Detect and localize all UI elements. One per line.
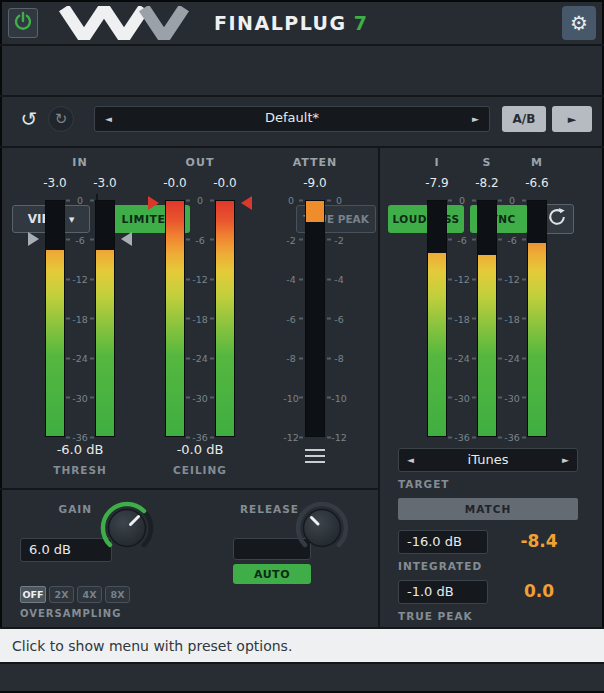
target-selected-value[interactable]: iTunes (399, 449, 577, 471)
scale-label: -2 (279, 234, 303, 245)
scale-label: -12 (327, 432, 351, 443)
scale-label: -6 (448, 234, 476, 245)
integrated-meter-value: -7.9 (413, 176, 461, 190)
integrated-meter-label: I (417, 156, 457, 169)
true-peak-target-field[interactable]: -1.0 dB (398, 580, 488, 604)
power-button[interactable] (8, 8, 38, 38)
in-meter-bar-right (95, 200, 115, 437)
divider (378, 146, 380, 629)
oversampling-2x-button[interactable]: 2X (49, 586, 74, 603)
scale-label: -18 (498, 313, 526, 324)
in-meter-scale: 0 -6 -12 -18 -24 -30 -36 (66, 200, 94, 437)
momentary-meter-bar (527, 200, 547, 437)
threshold-readout[interactable]: -6.0 dB (30, 442, 130, 457)
scale-label: 0 (498, 195, 526, 206)
oversampling-caption: OVERSAMPLING (20, 608, 121, 619)
scale-label: -12 (498, 274, 526, 285)
target-caption: TARGET (398, 478, 450, 490)
atten-meter-bar (305, 200, 325, 437)
status-bar: Click to show menu with preset options. (0, 629, 604, 662)
scale-label: -24 (448, 353, 476, 364)
meter-unlit-mask (96, 201, 114, 250)
out-meter-bar-left (165, 200, 185, 437)
momentary-meter-label: M (517, 156, 557, 169)
out-meter-value-left: -0.0 (153, 176, 197, 190)
preset-bar: ↺ ↻ ◄ Default* ► A/B ► (0, 46, 604, 95)
out-meter-value-right: -0.0 (203, 176, 247, 190)
ceiling-marker-left[interactable] (148, 196, 159, 210)
app-title: FINALPLUG 7 (214, 0, 367, 46)
in-meter-label: IN (60, 156, 100, 169)
ceiling-readout[interactable]: -0.0 dB (150, 442, 250, 457)
scale-label: -6 (66, 234, 94, 245)
app-title-text: FINALPLUG (214, 12, 347, 34)
gain-caption: GAIN (40, 503, 92, 515)
scale-label: -6 (186, 234, 214, 245)
scale-label: -24 (186, 353, 214, 364)
divider (0, 488, 378, 490)
header: FINALPLUG 7 ⚙ (0, 0, 604, 46)
release-knob[interactable] (292, 498, 352, 558)
shortterm-meter-value: -8.2 (463, 176, 511, 190)
release-caption: RELEASE (240, 503, 299, 515)
out-meter-scale: 0 -6 -12 -18 -24 -30 -36 (186, 200, 214, 437)
status-message: Click to show menu with preset options. (12, 638, 292, 654)
integrated-caption: INTEGRATED (398, 560, 482, 572)
scale-label: -30 (66, 392, 94, 403)
scale-label: -10 (327, 392, 351, 403)
scale-label: 0 (66, 195, 94, 206)
hamburger-icon (305, 455, 325, 458)
atten-meter-fill (306, 201, 324, 222)
scale-label: -30 (186, 392, 214, 403)
in-meter-value-left: -3.0 (33, 176, 77, 190)
oversampling-off-button[interactable]: OFF (20, 586, 46, 603)
scale-label: -8 (327, 353, 351, 364)
release-auto-button[interactable]: AUTO (233, 564, 311, 584)
oversampling-4x-button[interactable]: 4X (77, 586, 102, 603)
sync-arrows-icon (547, 207, 567, 231)
meter-unlit-mask (428, 201, 446, 253)
scale-label: -24 (66, 353, 94, 364)
scale-label: -18 (66, 313, 94, 324)
threshold-caption: THRESH (30, 464, 130, 476)
scale-label: -10 (279, 392, 303, 403)
ceiling-caption: CEILING (150, 464, 250, 476)
target-prev-icon[interactable]: ◄ (407, 455, 414, 465)
momentary-meter-value: -6.6 (513, 176, 561, 190)
integrated-target-field[interactable]: -16.0 dB (398, 530, 488, 554)
target-next-icon[interactable]: ► (562, 455, 569, 465)
scale-label: -36 (186, 432, 214, 443)
scale-label: -12 (279, 432, 303, 443)
scale-label: -8 (279, 353, 303, 364)
scale-label: -30 (448, 392, 476, 403)
gain-knob[interactable] (97, 498, 157, 558)
shortterm-meter-label: S (467, 156, 507, 169)
atten-menu-button[interactable] (303, 446, 327, 466)
scale-label: -4 (327, 274, 351, 285)
scale-label: -24 (498, 353, 526, 364)
meter-unlit-mask (46, 201, 64, 250)
threshold-marker-right[interactable] (121, 232, 132, 246)
bottom-strip (0, 664, 604, 691)
atten-meter-label: ATTEN (285, 156, 345, 169)
out-meter-bar-right (215, 200, 235, 437)
atten-meter-value: -9.0 (293, 176, 337, 190)
in-meter-bar-left (45, 200, 65, 437)
brand-logo-icon (58, 6, 208, 44)
settings-button[interactable]: ⚙ (562, 6, 596, 40)
loudness-scale-left: 0 -6 -12 -18 -24 -30 -36 (448, 200, 476, 437)
ceiling-marker-right[interactable] (241, 196, 252, 210)
toolbar: VIEW ▼ LIMITER TRUE PEAK LOUDNESS SYNC (0, 97, 604, 146)
target-select[interactable]: ◄ iTunes ► (398, 448, 578, 472)
in-meter-value-right: -3.0 (83, 176, 127, 190)
atten-scale-right: 0 -2 -4 -6 -8 -10 -12 (327, 200, 351, 437)
out-meter-label: OUT (180, 156, 220, 169)
loudness-scale-right: 0 -6 -12 -18 -24 -30 -36 (498, 200, 526, 437)
scale-label: -2 (327, 234, 351, 245)
meter-unlit-mask (528, 201, 546, 243)
match-button[interactable]: MATCH (398, 498, 578, 520)
oversampling-8x-button[interactable]: 8X (105, 586, 130, 603)
scale-label: -36 (498, 432, 526, 443)
true-peak-caption: TRUE PEAK (398, 610, 473, 622)
threshold-marker-left[interactable] (28, 232, 39, 246)
